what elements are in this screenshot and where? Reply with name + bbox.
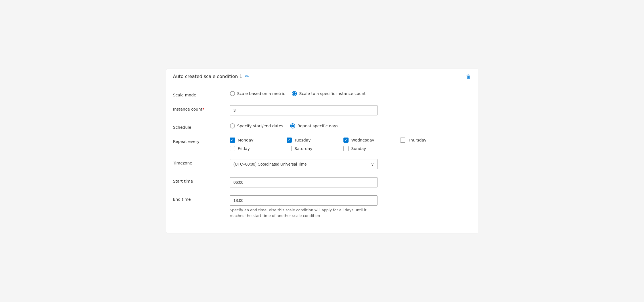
start-time-control (230, 177, 471, 187)
day-thursday[interactable]: Thursday (400, 138, 446, 143)
schedule-row: Schedule Specify start/end dates Repeat … (173, 123, 471, 130)
instance-count-row: Instance count* (173, 105, 471, 115)
day-wednesday[interactable]: Wednesday (343, 138, 389, 143)
instance-count-input[interactable] (230, 105, 377, 115)
instance-count-label: Instance count* (173, 105, 230, 111)
end-time-control: Specify an end time, else this scale con… (230, 195, 471, 218)
start-time-row: Start time (173, 177, 471, 187)
days-row-1: Monday Tuesday Wednesday Thursday (230, 138, 471, 143)
day-monday[interactable]: Monday (230, 138, 275, 143)
day-sunday[interactable]: Sunday (343, 146, 389, 151)
card-body: Scale mode Scale based on a metric Scale… (166, 84, 478, 233)
start-time-label: Start time (173, 177, 230, 183)
repeat-every-label: Repeat every (173, 138, 230, 144)
checkbox-wednesday[interactable] (343, 138, 349, 143)
radio-metric-input[interactable] (230, 91, 235, 96)
day-friday-label: Friday (238, 146, 250, 151)
day-sunday-label: Sunday (351, 146, 366, 151)
checkbox-friday[interactable] (230, 146, 235, 151)
radio-metric-label: Scale based on a metric (237, 91, 285, 96)
day-saturday[interactable]: Saturday (287, 146, 332, 151)
scale-mode-label: Scale mode (173, 91, 230, 97)
radio-instance-label: Scale to a specific instance count (299, 91, 366, 96)
scale-mode-options: Scale based on a metric Scale to a speci… (230, 91, 471, 96)
start-time-input[interactable] (230, 177, 377, 187)
scale-mode-row: Scale mode Scale based on a metric Scale… (173, 91, 471, 97)
timezone-select-wrapper: (UTC+00:00) Coordinated Universal Time (… (230, 159, 377, 169)
radio-instance-input[interactable] (292, 91, 297, 96)
required-marker: * (202, 107, 204, 111)
timezone-row: Timezone (UTC+00:00) Coordinated Univers… (173, 159, 471, 169)
checkbox-monday[interactable] (230, 138, 235, 143)
schedule-label: Schedule (173, 123, 230, 130)
day-tuesday-label: Tuesday (295, 138, 311, 142)
edit-icon[interactable]: ✏ (245, 74, 249, 79)
day-tuesday[interactable]: Tuesday (287, 138, 332, 143)
radio-option-instance[interactable]: Scale to a specific instance count (292, 91, 366, 96)
schedule-options: Specify start/end dates Repeat specific … (230, 123, 471, 128)
repeat-every-control: Monday Tuesday Wednesday Thursday (230, 138, 471, 151)
radio-days-input[interactable] (290, 123, 295, 128)
card-header: Auto created scale condition 1 ✏ 🗑 (166, 69, 478, 84)
checkbox-saturday[interactable] (287, 146, 292, 151)
day-saturday-label: Saturday (295, 146, 312, 151)
timezone-label: Timezone (173, 159, 230, 165)
card-title: Auto created scale condition 1 (173, 74, 242, 79)
day-friday[interactable]: Friday (230, 146, 275, 151)
scale-condition-card: Auto created scale condition 1 ✏ 🗑 Scale… (166, 69, 478, 233)
day-monday-label: Monday (238, 138, 253, 142)
radio-option-metric[interactable]: Scale based on a metric (230, 91, 285, 96)
radio-option-dates[interactable]: Specify start/end dates (230, 123, 283, 128)
delete-icon[interactable]: 🗑 (466, 73, 471, 79)
radio-option-days[interactable]: Repeat specific days (290, 123, 338, 128)
radio-days-label: Repeat specific days (297, 124, 338, 128)
radio-dates-input[interactable] (230, 123, 235, 128)
checkbox-thursday[interactable] (400, 138, 405, 143)
card-title-area: Auto created scale condition 1 ✏ (173, 74, 249, 79)
day-wednesday-label: Wednesday (351, 138, 374, 142)
days-grid: Monday Tuesday Wednesday Thursday (230, 138, 471, 151)
end-time-hint: Specify an end time, else this scale con… (230, 207, 377, 218)
end-time-label: End time (173, 195, 230, 202)
days-row-2: Friday Saturday Sunday (230, 146, 471, 151)
day-thursday-label: Thursday (408, 138, 427, 142)
timezone-control: (UTC+00:00) Coordinated Universal Time (… (230, 159, 471, 169)
end-time-row: End time Specify an end time, else this … (173, 195, 471, 218)
repeat-every-row: Repeat every Monday Tuesday (173, 138, 471, 151)
timezone-select[interactable]: (UTC+00:00) Coordinated Universal Time (… (230, 159, 377, 169)
checkbox-tuesday[interactable] (287, 138, 292, 143)
end-time-input[interactable] (230, 195, 377, 206)
checkbox-sunday[interactable] (343, 146, 349, 151)
radio-dates-label: Specify start/end dates (237, 124, 283, 128)
instance-count-control (230, 105, 471, 115)
